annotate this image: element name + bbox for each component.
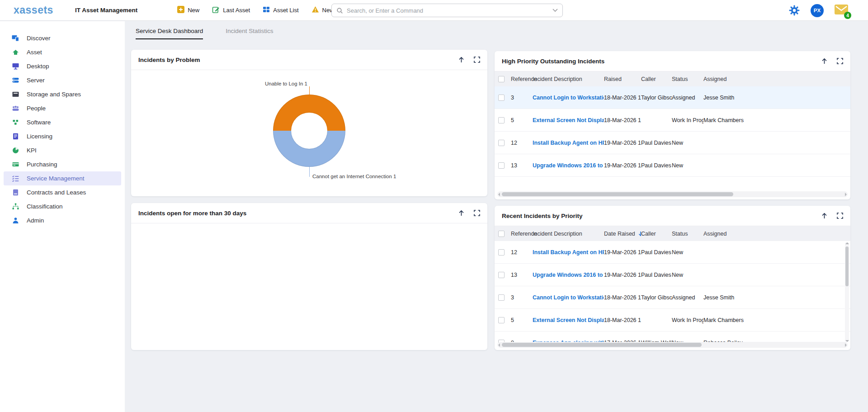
- table-row[interactable]: 5 External Screen Not Displaying Correct…: [495, 309, 850, 331]
- sidebar-item-classification[interactable]: Classification: [4, 199, 121, 213]
- horizontal-scrollbar-thumb[interactable]: [502, 343, 702, 347]
- collapse-up-icon[interactable]: [458, 210, 465, 217]
- incident-link[interactable]: Cannot Login to Workstation: [533, 95, 604, 101]
- gear-icon[interactable]: [789, 5, 800, 16]
- sidebar-item-storage-and-spares[interactable]: Storage and Spares: [4, 87, 121, 101]
- select-all-checkbox[interactable]: [498, 231, 505, 237]
- table-row[interactable]: 5 External Screen Not Displaying Correct…: [495, 109, 850, 132]
- asset-icon: [12, 48, 19, 56]
- table-row[interactable]: 13 Upgrade Windows 2016 to Enterprise Ed…: [495, 154, 850, 177]
- scroll-down-icon[interactable]: [845, 340, 849, 342]
- sidebar-item-software[interactable]: Software: [4, 115, 121, 129]
- sidebar-item-desktop[interactable]: Desktop: [4, 59, 121, 73]
- user-avatar[interactable]: PX: [811, 4, 824, 17]
- asset-list-button[interactable]: Asset List: [263, 6, 298, 14]
- horizontal-scrollbar[interactable]: [497, 191, 848, 197]
- incident-link[interactable]: Upgrade Windows 2016 to Enterprise Editi…: [533, 162, 604, 169]
- sidebar-item-contracts-and-leases[interactable]: Contracts and Leases: [4, 185, 121, 199]
- column-header-date-raised[interactable]: Date Raised: [604, 231, 641, 237]
- tab-bar: Service Desk Dashboard Incident Statisti…: [136, 28, 868, 39]
- row-checkbox[interactable]: [498, 272, 505, 278]
- server-icon: [12, 76, 19, 84]
- column-header-status[interactable]: Status: [672, 231, 703, 237]
- cell-reference: 12: [511, 249, 533, 256]
- scroll-right-icon[interactable]: [845, 193, 847, 196]
- sidebar-item-server[interactable]: Server: [4, 73, 121, 87]
- mail-badge: 4: [844, 12, 851, 19]
- incident-link[interactable]: Install Backup Agent on HP Servers: [533, 140, 604, 146]
- scroll-left-icon[interactable]: [498, 193, 500, 196]
- incident-link[interactable]: Cannot Login to Workstation: [533, 294, 604, 301]
- panel-title: Incidents by Problem: [138, 57, 458, 63]
- vertical-scrollbar[interactable]: [845, 242, 849, 342]
- last-asset-button[interactable]: Last Asset: [212, 6, 250, 15]
- donut-plot[interactable]: [273, 95, 345, 167]
- fullscreen-icon[interactable]: [837, 58, 843, 64]
- cell-reference: 12: [511, 140, 533, 146]
- row-checkbox[interactable]: [498, 249, 505, 256]
- sidebar-item-service-management[interactable]: Service Management: [4, 171, 121, 185]
- new-button[interactable]: New: [177, 6, 199, 14]
- cell-reference: 13: [511, 162, 533, 169]
- row-checkbox[interactable]: [498, 317, 505, 323]
- table-row[interactable]: 12 Install Backup Agent on HP Servers 19…: [495, 241, 850, 264]
- sidebar-item-discover[interactable]: Discover: [4, 31, 121, 45]
- column-header-caller[interactable]: Caller: [641, 231, 672, 237]
- mail-icon[interactable]: 4: [835, 5, 848, 16]
- select-all-checkbox[interactable]: [498, 76, 505, 82]
- sort-descending-icon[interactable]: [638, 231, 641, 237]
- table-row[interactable]: 3 Cannot Login to Workstation 18-Mar-202…: [495, 86, 850, 109]
- collapse-up-icon[interactable]: [821, 213, 828, 219]
- command-search-box[interactable]: [331, 4, 563, 17]
- column-header-reference[interactable]: Reference: [511, 76, 533, 82]
- incident-link[interactable]: Upgrade Windows 2016 to Enterprise Editi…: [533, 272, 604, 278]
- horizontal-scrollbar-thumb[interactable]: [502, 192, 733, 196]
- column-header-raised[interactable]: Raised: [604, 76, 641, 82]
- sidebar-item-licensing[interactable]: Licensing: [4, 129, 121, 143]
- column-header-reference[interactable]: Reference: [511, 231, 533, 237]
- scroll-up-icon[interactable]: [845, 242, 849, 244]
- column-header-assigned[interactable]: Assigned: [703, 76, 850, 82]
- sidebar: Discover Asset Desktop Server Storage an…: [0, 21, 125, 412]
- sidebar-item-asset[interactable]: Asset: [4, 45, 121, 59]
- tab-service-desk-dashboard[interactable]: Service Desk Dashboard: [136, 28, 203, 39]
- xassets-logo[interactable]: xassets: [14, 4, 53, 16]
- incident-link[interactable]: External Screen Not Displaying Correctly: [533, 117, 604, 123]
- fullscreen-icon[interactable]: [474, 210, 480, 216]
- horizontal-scrollbar[interactable]: [497, 342, 848, 348]
- sidebar-item-kpi[interactable]: KPI: [4, 143, 121, 157]
- sidebar-item-admin[interactable]: Admin: [4, 213, 121, 227]
- vertical-scrollbar-thumb[interactable]: [845, 246, 849, 286]
- storage-icon: [12, 90, 19, 98]
- sidebar-item-people[interactable]: People: [4, 101, 121, 115]
- fullscreen-icon[interactable]: [474, 57, 480, 63]
- scroll-left-icon[interactable]: [498, 343, 500, 347]
- row-checkbox[interactable]: [498, 140, 505, 146]
- row-checkbox[interactable]: [498, 162, 505, 169]
- column-header-status[interactable]: Status: [672, 76, 703, 82]
- fullscreen-icon[interactable]: [837, 213, 843, 219]
- column-header-caller[interactable]: Caller: [641, 76, 672, 82]
- cell-status: Assigned: [672, 294, 703, 301]
- incident-link[interactable]: Install Backup Agent on HP Servers: [533, 249, 604, 256]
- scroll-right-icon[interactable]: [845, 343, 847, 347]
- tab-incident-statistics[interactable]: Incident Statistics: [226, 28, 273, 39]
- column-header-description[interactable]: Incident Description: [533, 231, 604, 237]
- chevron-down-icon[interactable]: [552, 9, 558, 12]
- column-header-description[interactable]: Incident Description: [533, 76, 604, 82]
- column-header-assigned[interactable]: Assigned: [703, 231, 850, 237]
- search-input[interactable]: [347, 7, 552, 14]
- row-checkbox[interactable]: [498, 117, 505, 123]
- row-checkbox[interactable]: [498, 95, 505, 101]
- incident-link[interactable]: External Screen Not Displaying Correctly: [533, 317, 604, 323]
- sidebar-item-purchasing[interactable]: Purchasing: [4, 157, 121, 171]
- collapse-up-icon[interactable]: [821, 58, 828, 65]
- cell-assigned: Jesse Smith: [703, 95, 850, 101]
- collapse-up-icon[interactable]: [458, 57, 465, 63]
- table-row[interactable]: 13 Upgrade Windows 2016 to Enterprise Ed…: [495, 264, 850, 286]
- table-row[interactable]: 3 Cannot Login to Workstation 18-Mar-202…: [495, 286, 850, 309]
- row-checkbox[interactable]: [498, 294, 505, 301]
- cell-reference: 3: [511, 294, 533, 301]
- table-row[interactable]: 12 Install Backup Agent on HP Servers 19…: [495, 132, 850, 154]
- asset-list-button-label: Asset List: [273, 7, 298, 14]
